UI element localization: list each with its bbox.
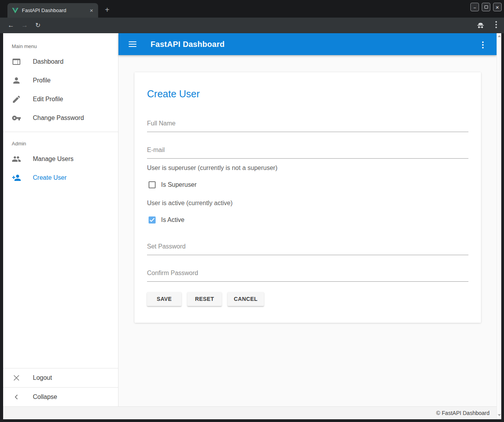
scroll-up-icon[interactable] xyxy=(498,35,501,37)
checkbox-checked-icon[interactable] xyxy=(149,216,156,224)
form-buttons: SAVE RESET CANCEL xyxy=(147,292,468,306)
forward-icon[interactable] xyxy=(20,21,29,30)
cancel-button[interactable]: CANCEL xyxy=(228,292,264,306)
person-icon xyxy=(12,76,21,85)
browser-menu-icon[interactable] xyxy=(495,21,497,29)
page-content: Main menu Dashboard Profile Edit Profile xyxy=(3,33,501,419)
checkbox-label: Is Active xyxy=(161,216,185,224)
main-area: FastAPI Dashboard Create User User is su… xyxy=(118,33,497,406)
browser-tab-strip: FastAPI Dashboard xyxy=(0,0,504,18)
sidebar-item-label: Create User xyxy=(33,174,66,181)
app-bar-title: FastAPI Dashboard xyxy=(151,40,225,49)
close-window-button[interactable] xyxy=(493,3,502,11)
sidebar-item-collapse[interactable]: Collapse xyxy=(3,388,118,406)
person-add-icon xyxy=(12,173,21,182)
sidebar-item-label: Collapse xyxy=(33,393,57,401)
vue-logo-icon xyxy=(12,8,18,13)
page-title: Create User xyxy=(147,88,468,100)
sidebar-item-create-user[interactable]: Create User xyxy=(3,168,118,187)
reload-icon[interactable] xyxy=(33,21,43,30)
sidebar-item-label: Edit Profile xyxy=(33,96,63,103)
is-superuser-checkbox-row[interactable]: Is Superuser xyxy=(147,181,468,188)
maximize-button[interactable] xyxy=(482,3,490,11)
is-active-checkbox-row[interactable]: Is Active xyxy=(147,216,468,224)
save-button[interactable]: SAVE xyxy=(147,292,181,306)
close-x-icon xyxy=(12,373,21,383)
superuser-hint: User is superuser (currently is not a su… xyxy=(147,165,468,172)
sidebar-bottom-group: Logout Collapse xyxy=(3,368,118,406)
checkbox-label: Is Superuser xyxy=(161,181,197,188)
create-user-card: Create User User is superuser (currently… xyxy=(135,72,481,323)
window-controls xyxy=(470,3,502,11)
scroll-down-icon[interactable] xyxy=(498,414,501,416)
key-icon xyxy=(12,113,21,123)
new-tab-button[interactable] xyxy=(102,5,112,15)
minimize-button[interactable] xyxy=(470,3,479,11)
browser-tab[interactable]: FastAPI Dashboard xyxy=(7,3,98,18)
sidebar-item-manage-users[interactable]: Manage Users xyxy=(3,150,118,168)
sidebar-item-label: Manage Users xyxy=(33,156,74,163)
page-footer: © FastAPI Dashboard xyxy=(3,406,501,419)
browser-toolbar: localhost/main/admin/users/create xyxy=(0,18,504,33)
email-field[interactable] xyxy=(147,146,468,159)
sidebar-item-label: Change Password xyxy=(33,114,84,122)
sidebar-section-admin: Admin xyxy=(3,132,118,150)
incognito-icon xyxy=(476,21,485,30)
sidebar-item-label: Profile xyxy=(33,77,50,84)
sidebar-item-change-password[interactable]: Change Password xyxy=(3,109,118,127)
sidebar-item-dashboard[interactable]: Dashboard xyxy=(3,52,118,71)
active-hint: User is active (currently active) xyxy=(147,200,468,207)
confirm-password-field[interactable] xyxy=(147,269,468,282)
people-icon xyxy=(12,154,21,164)
page-scrollbar[interactable] xyxy=(497,33,501,419)
sidebar-item-logout[interactable]: Logout xyxy=(3,368,118,387)
sidebar-item-edit-profile[interactable]: Edit Profile xyxy=(3,90,118,109)
copyright-text: © FastAPI Dashboard xyxy=(436,410,490,416)
chevron-left-icon xyxy=(12,392,21,402)
reset-button[interactable]: RESET xyxy=(187,292,222,306)
pencil-icon xyxy=(12,95,21,104)
hamburger-menu-icon[interactable] xyxy=(129,40,136,48)
set-password-field[interactable] xyxy=(147,242,468,255)
sidebar: Main menu Dashboard Profile Edit Profile xyxy=(3,33,118,406)
checkbox-unchecked-icon[interactable] xyxy=(149,181,156,188)
browser-window: FastAPI Dashboard localhost/main/admin/u… xyxy=(0,0,504,422)
tab-title: FastAPI Dashboard xyxy=(22,7,88,13)
sidebar-item-label: Logout xyxy=(33,374,52,381)
full-name-field[interactable] xyxy=(147,119,468,132)
sidebar-section-main-menu: Main menu xyxy=(3,33,118,52)
app-bar-menu-icon[interactable] xyxy=(482,41,484,50)
app-bar: FastAPI Dashboard xyxy=(118,33,497,55)
tab-close-icon[interactable] xyxy=(88,7,95,14)
back-icon[interactable] xyxy=(6,21,16,30)
dashboard-icon xyxy=(12,57,21,66)
sidebar-item-profile[interactable]: Profile xyxy=(3,71,118,90)
sidebar-item-label: Dashboard xyxy=(33,58,63,65)
